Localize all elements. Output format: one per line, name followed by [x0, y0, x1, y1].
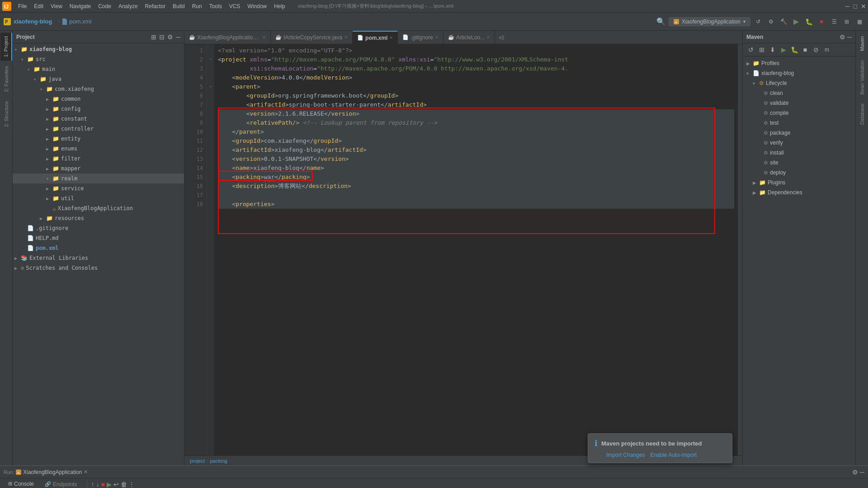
build-icon[interactable]: 🔨 — [778, 17, 788, 27]
console-stop-icon[interactable]: ■ — [101, 481, 104, 488]
tree-constant[interactable]: ▶ 📁 constant — [13, 114, 184, 124]
code-content[interactable]: <?xml version="1.0" encoding="UTF-8"?> <… — [214, 44, 738, 455]
com-item[interactable]: ▾ 📁 com.xiaofeng — [13, 84, 184, 94]
settings-icon[interactable]: ⚙ — [766, 17, 776, 27]
maven-minimize-icon[interactable]: ─ — [847, 33, 852, 41]
run-config-close-icon[interactable]: ✕ — [84, 469, 88, 475]
sidebar-favorites-tab[interactable]: 2: Favorites — [1, 62, 12, 95]
tab-console[interactable]: ⊞ Console — [4, 480, 38, 488]
maven-plugins[interactable]: ▶ 📁 Plugins — [743, 178, 855, 188]
maven-refresh-icon[interactable]: ↺ — [746, 45, 755, 54]
maven-test[interactable]: ⚙ test — [743, 118, 855, 128]
maven-stop-icon[interactable]: ■ — [801, 45, 810, 54]
stop-icon[interactable]: ■ — [816, 17, 826, 27]
java-item[interactable]: ▾ 📁 java — [13, 74, 184, 84]
tab-close-3[interactable]: ✕ — [389, 35, 393, 40]
menu-help[interactable]: Help — [270, 2, 289, 10]
tab-close-5[interactable]: ✕ — [486, 35, 490, 40]
bean-validation-vert-tab[interactable]: Bean Validation — [857, 56, 868, 98]
maven-install[interactable]: ⚙ install — [743, 148, 855, 158]
tree-realm[interactable]: ▾ 📁 realm — [13, 174, 184, 183]
search-icon[interactable]: 🔍 — [656, 17, 666, 27]
tree-util[interactable]: ▶ 📁 util — [13, 193, 184, 203]
debug-icon[interactable]: 🐛 — [804, 17, 814, 27]
tree-config[interactable]: ▶ 📁 config — [13, 104, 184, 114]
tab-endpoints[interactable]: 🔗 Endpoints — [40, 480, 81, 488]
menu-window[interactable]: Window — [244, 2, 270, 10]
menu-edit[interactable]: Edit — [30, 2, 47, 10]
maven-vert-tab[interactable]: Maven — [857, 33, 868, 55]
tab-close-1[interactable]: ✕ — [262, 35, 266, 40]
console-up-icon[interactable]: ↑ — [91, 481, 94, 488]
tree-entity[interactable]: ▶ 📁 entity — [13, 134, 184, 144]
console-rerun-icon[interactable]: ▶ — [107, 481, 112, 488]
tree-app-class[interactable]: ☕ XiaofengBlogApplication — [13, 203, 184, 213]
menu-vcs[interactable]: VCS — [226, 2, 244, 10]
maven-lifecycle[interactable]: ▾ ⚙ Lifecycle — [743, 78, 855, 88]
profile-icon[interactable]: ⊞ — [842, 17, 852, 27]
tree-controller[interactable]: ▶ 📁 controller — [13, 124, 184, 134]
tree-enums[interactable]: ▶ 📁 enums — [13, 144, 184, 154]
maven-package[interactable]: ⚙ package — [743, 128, 855, 138]
menu-navigate[interactable]: Navigate — [66, 2, 94, 10]
breadcrumb-item-1[interactable]: project — [190, 458, 205, 464]
maven-site[interactable]: ⚙ site — [743, 158, 855, 168]
menu-tools[interactable]: Tools — [206, 2, 226, 10]
tab-close-2[interactable]: ✕ — [344, 35, 348, 40]
maven-project[interactable]: ▾ 📄 xiaofeng-blog — [743, 68, 855, 78]
maximize-button[interactable]: □ — [854, 3, 857, 10]
maven-deploy[interactable]: ⚙ deploy — [743, 168, 855, 178]
tabs-more[interactable]: ≡2 — [495, 31, 508, 44]
console-down-icon[interactable]: ↓ — [96, 481, 99, 488]
src-item[interactable]: ▾ 📁 src — [13, 54, 184, 64]
import-changes-link[interactable]: Import Changes — [606, 452, 645, 458]
maven-dependencies[interactable]: ▶ 📁 Dependencies — [743, 188, 855, 197]
vertical-scrollbar[interactable] — [738, 44, 742, 455]
tree-service[interactable]: ▶ 📁 service — [13, 183, 184, 193]
run-icon[interactable]: ▶ — [791, 17, 801, 27]
tab-xiaofeng-app[interactable]: ☕ XiaofengBlogApplication.java ✕ — [184, 31, 271, 44]
tree-pomxml[interactable]: 📄 pom.xml — [13, 243, 184, 253]
tab-gitignore[interactable]: 📄 .gitignore ✕ — [398, 31, 443, 44]
maven-download-icon[interactable]: ⬇ — [768, 45, 777, 54]
maven-skip-icon[interactable]: ⊘ — [811, 45, 821, 54]
menu-run[interactable]: Run — [189, 2, 206, 10]
tree-gitignore[interactable]: 📄 .gitignore — [13, 223, 184, 233]
menu-file[interactable]: File — [14, 2, 30, 10]
maven-compile[interactable]: ⚙ compile — [743, 108, 855, 118]
tree-resources[interactable]: ▶ 📁 resources — [13, 213, 184, 223]
maven-profiles[interactable]: ▶ 📁 Profiles — [743, 58, 855, 68]
layout-icon[interactable]: ▦ — [854, 17, 864, 27]
maven-debug-icon[interactable]: 🐛 — [790, 45, 799, 54]
run-settings-icon[interactable]: ⚙ — [852, 469, 858, 476]
project-expand-icon[interactable]: ⊞ — [151, 33, 156, 41]
console-clear-icon[interactable]: 🗑 — [121, 481, 127, 488]
sidebar-project-tab[interactable]: 1: Project — [0, 33, 12, 61]
tab-articleloo[interactable]: ☕ ArticleLoo... ✕ — [443, 31, 495, 44]
menu-analyze[interactable]: Analyze — [115, 2, 142, 10]
minimize-button[interactable]: ─ — [845, 3, 850, 10]
run-config-dropdown[interactable]: A XiaofengBlogApplication ▾ — [669, 17, 750, 26]
maven-settings-icon[interactable]: ⚙ — [840, 33, 845, 41]
tree-helpmd[interactable]: 📄 HELP.md — [13, 233, 184, 243]
tab-close-4[interactable]: ✕ — [435, 35, 439, 40]
menu-build[interactable]: Build — [169, 2, 189, 10]
project-settings-icon[interactable]: ⚙ — [167, 33, 173, 41]
console-wrap-icon[interactable]: ↩ — [113, 481, 119, 488]
close-button[interactable]: ✕ — [861, 3, 866, 10]
menu-view[interactable]: View — [47, 2, 66, 10]
project-close-icon[interactable]: ─ — [176, 33, 180, 41]
enable-auto-import-link[interactable]: Enable Auto-Import — [650, 452, 697, 458]
tab-iarticle[interactable]: ☕ IArticleCopyService.java ✕ — [271, 31, 353, 44]
console-scroll-icon[interactable]: ⋮ — [129, 481, 134, 488]
sidebar-structure-tab[interactable]: 2: Structure — [1, 98, 12, 131]
main-item[interactable]: ▾ 📁 main — [13, 64, 184, 74]
tree-mapper[interactable]: ▶ 📁 mapper — [13, 164, 184, 174]
menu-code[interactable]: Code — [94, 2, 115, 10]
run-minimize-icon[interactable]: ─ — [860, 469, 864, 476]
tree-scratches[interactable]: ▶ ⚙ Scratches and Consoles — [13, 263, 184, 273]
maven-verify[interactable]: ⚙ verify — [743, 138, 855, 148]
maven-expand-icon[interactable]: m — [822, 45, 831, 54]
refresh-icon[interactable]: ↺ — [753, 17, 763, 27]
tree-root[interactable]: ▾ 📁 xiaofeng-blog — [13, 44, 184, 54]
